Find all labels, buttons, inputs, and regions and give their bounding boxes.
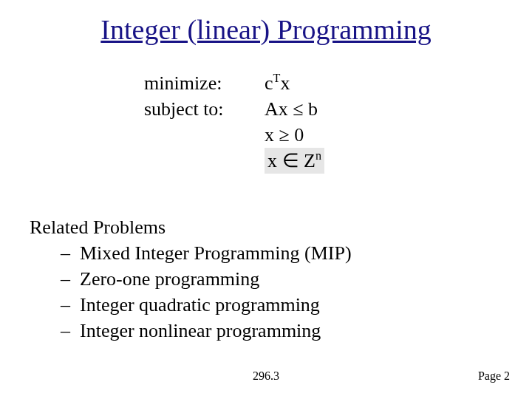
related-heading: Related Problems (30, 214, 352, 240)
integrality-constraint: x ∈ Zn (265, 148, 324, 174)
minimize-label: minimize: (144, 70, 251, 96)
bullet-dash: – (61, 318, 74, 344)
objective-expr: cTx (265, 70, 290, 96)
list-item: – Mixed Integer Programming (MIP) (30, 240, 352, 266)
constr-ax: Ax (265, 98, 293, 120)
slide-title: Integer (linear) Programming (0, 13, 532, 46)
constr-b: b (304, 98, 318, 120)
element-of-symbol: ∈ (282, 150, 299, 171)
subject-to-label: subject to: (144, 96, 251, 122)
int-set-z: Z (299, 150, 316, 171)
footer-page-number: Page 2 (478, 369, 510, 383)
formulation-block: minimize: cTx subject to: Ax ≤ b x ≥ 0 x… (144, 70, 324, 174)
footer-course-number: 296.3 (0, 369, 532, 383)
slide: Integer (linear) Programming minimize: c… (0, 0, 532, 399)
constraints-column: Ax ≤ b x ≥ 0 x ∈ Zn (265, 96, 324, 174)
bullet-dash: – (61, 240, 74, 266)
int-sup-n: n (316, 150, 321, 163)
list-item: – Zero-one programming (30, 266, 352, 292)
integrality-highlight: x ∈ Zn (265, 148, 324, 174)
int-x: x (267, 150, 282, 171)
nonneg-zero: 0 (290, 124, 304, 146)
rhs-column: cTx (265, 70, 290, 96)
bullet-dash: – (61, 266, 74, 292)
transpose-t: T (273, 72, 281, 84)
list-item-label: Mixed Integer Programming (MIP) (80, 240, 352, 266)
list-item-label: Zero-one programming (80, 266, 259, 292)
nonneg-constraint: x ≥ 0 (265, 122, 324, 148)
related-problems-block: Related Problems – Mixed Integer Program… (30, 214, 352, 344)
nonneg-x: x (265, 124, 279, 146)
ge-symbol: ≥ (279, 124, 290, 146)
list-item: – Integer nonlinear programming (30, 318, 352, 344)
list-item-label: Integer nonlinear programming (80, 318, 321, 344)
le-symbol: ≤ (293, 98, 303, 120)
objective-row: minimize: cTx (144, 70, 324, 96)
var-x: x (280, 72, 290, 94)
list-item-label: Integer quadratic programming (80, 292, 320, 318)
constraints-row: subject to: Ax ≤ b x ≥ 0 x ∈ Zn (144, 96, 324, 174)
list-item: – Integer quadratic programming (30, 292, 352, 318)
bullet-dash: – (61, 292, 74, 318)
linear-constraint: Ax ≤ b (265, 96, 324, 122)
coeff-c: c (265, 72, 273, 94)
